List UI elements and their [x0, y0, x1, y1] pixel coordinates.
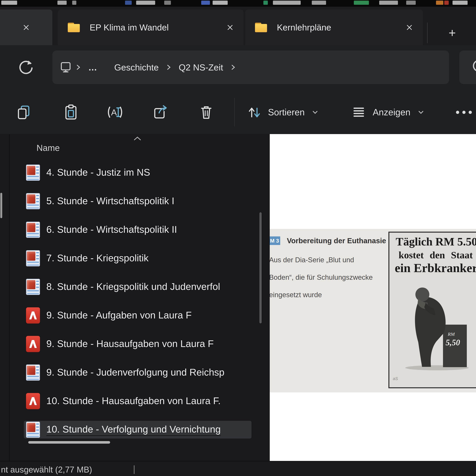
sort-button[interactable]: Sortieren [245, 98, 321, 126]
file-row[interactable]: 4. Stunde - Justiz im NS [24, 164, 252, 182]
view-button[interactable]: Anzeigen [350, 98, 426, 126]
command-bar: A Sortieren [0, 89, 476, 135]
top-edge-fragment [354, 1, 369, 5]
file-name: 5. Stunde - Wirtschaftspolitik I [46, 195, 174, 207]
word-file-icon [26, 222, 40, 238]
file-list-pane: Name 4. Stunde - Justiz im NS 5. Stunde … [10, 134, 270, 461]
document-preview-image: M 3 Vorbereitung der Euthanasie Aus der … [270, 229, 476, 392]
top-edge-fragment [72, 1, 76, 5]
file-row[interactable]: 9. Stunde - Aufgaben von Laura F [24, 306, 252, 324]
top-edge-fragment [444, 1, 449, 5]
search-icon [466, 58, 476, 77]
word-file-icon [26, 364, 40, 381]
delete-button[interactable] [194, 100, 218, 124]
file-name: 4. Stunde - Justiz im NS [46, 167, 150, 178]
breadcrumb-q2-ns-zeit[interactable]: Q2 NS-Zeit [174, 59, 227, 75]
address-bar[interactable]: … Geschichte Q2 NS-Zeit [52, 51, 449, 84]
top-edge-fragment [406, 1, 416, 5]
address-row: … Geschichte Q2 NS-Zeit [0, 45, 476, 89]
vertical-scrollbar[interactable] [259, 212, 262, 323]
background-window-sliver [0, 0, 476, 7]
pdf-file-icon [26, 393, 40, 409]
status-separator: | [133, 463, 135, 474]
close-tab-icon[interactable] [221, 19, 239, 36]
file-row[interactable]: 9. Stunde - Hausaufgaben von Laura F [24, 335, 252, 353]
refresh-icon[interactable] [15, 57, 35, 77]
tab-divider [427, 22, 428, 43]
preview-pane: M 3 Vorbereitung der Euthanasie Aus der … [270, 134, 476, 461]
breadcrumb-ellipsis[interactable]: … [84, 59, 102, 75]
file-row[interactable]: 7. Stunde - Kriegspolitik [24, 249, 252, 267]
top-edge-fragment [136, 1, 155, 5]
breadcrumb-geschichte[interactable]: Geschichte [110, 59, 163, 75]
word-file-icon [26, 193, 40, 209]
more-options-button[interactable]: ••• [455, 100, 476, 124]
this-pc-icon[interactable] [59, 60, 73, 74]
top-edge-fragment [125, 1, 132, 5]
top-edge-fragment [312, 1, 326, 5]
file-name: 6. Stunde - Wirtschaftspolitik II [46, 224, 177, 236]
rename-button[interactable]: A [103, 100, 127, 124]
pdf-file-icon [26, 307, 40, 323]
file-row[interactable]: 6. Stunde - Wirtschaftspolitik II [24, 221, 252, 239]
tab-bar: EP Klima im Wandel Kernlehrpläne + [0, 7, 476, 46]
breadcrumb-chevron-icon [163, 63, 174, 71]
pdf-file-icon [26, 336, 40, 352]
view-label: Anzeigen [373, 107, 410, 118]
copy-button[interactable] [12, 100, 36, 124]
share-button[interactable] [148, 100, 172, 124]
chevron-down-icon [311, 108, 320, 117]
word-file-icon [26, 422, 40, 438]
top-edge-fragment [57, 1, 67, 5]
column-header-name[interactable]: Name [36, 143, 60, 153]
new-tab-button[interactable]: + [443, 23, 462, 42]
svg-text:A: A [111, 108, 117, 117]
chevron-down-icon [416, 108, 425, 117]
poster-line-2: kostet den Staat [399, 249, 473, 261]
file-row[interactable]: 8. Stunde - Kriegspolitik und Judenverfo… [24, 278, 252, 296]
horizontal-scrollbar[interactable] [28, 441, 110, 444]
file-name: 8. Stunde - Kriegspolitik und Judenverfo… [46, 281, 220, 293]
top-edge-fragment [379, 1, 398, 5]
file-name: 10. Stunde - Hausaufgaben von Laura F. [46, 395, 221, 407]
document-title: Vorbereitung der Euthanasie [287, 237, 386, 245]
tab-kernlehrplaene[interactable]: Kernlehrpläne [245, 10, 423, 45]
nav-pane-scrollbar[interactable] [0, 193, 2, 218]
file-row[interactable]: 10. Stunde - Verfolgung und Vernichtung [24, 421, 252, 439]
sort-ascending-icon [133, 135, 142, 141]
tab-ep-klima[interactable]: EP Klima im Wandel [58, 10, 244, 45]
file-name: 7. Stunde - Kriegspolitik [46, 253, 149, 264]
document-caption: Aus der Dia-Serie „Blut undBoden“, die f… [270, 251, 373, 304]
top-edge-fragment [164, 1, 171, 5]
tab-label: EP Klima im Wandel [90, 22, 221, 33]
sort-label: Sortieren [268, 107, 305, 118]
top-edge-fragment [453, 1, 468, 5]
close-tab-icon[interactable] [401, 19, 418, 36]
file-row[interactable]: 10. Stunde - Hausaufgaben von Laura F. [24, 392, 252, 410]
file-explorer-window: EP Klima im Wandel Kernlehrpläne + [0, 0, 476, 476]
main-content: Name 4. Stunde - Justiz im NS 5. Stunde … [0, 134, 476, 461]
top-edge-fragment [213, 1, 228, 5]
material-badge: M 3 [270, 237, 280, 245]
word-file-icon [26, 279, 40, 295]
svg-text:RM: RM [448, 331, 455, 337]
poster-line-3: ein Erbkranker [395, 261, 476, 275]
close-tab-icon[interactable] [17, 19, 35, 36]
tab-active-partial[interactable] [0, 10, 52, 45]
top-edge-fragment [436, 1, 443, 5]
top-edge-fragment [263, 1, 268, 5]
svg-text:5,50: 5,50 [446, 338, 460, 347]
toolbar-divider [234, 98, 235, 126]
paste-button[interactable] [59, 100, 83, 124]
view-list-icon [351, 104, 367, 120]
file-row[interactable]: 5. Stunde - Wirtschaftspolitik I [24, 192, 252, 210]
poster-signature: aS [393, 376, 398, 381]
poster-line-1: Täglich RM 5.50 [396, 235, 476, 248]
top-edge-fragment [201, 1, 210, 5]
top-edge-fragment [273, 1, 301, 5]
folder-icon [255, 23, 267, 32]
tab-label: Kernlehrpläne [277, 22, 401, 33]
hunched-figure-illustration: RM 5,50 [404, 279, 470, 374]
search-input[interactable] [459, 51, 476, 84]
file-row[interactable]: 9. Stunde - Judenverfolgung und Reichsp [24, 364, 252, 381]
